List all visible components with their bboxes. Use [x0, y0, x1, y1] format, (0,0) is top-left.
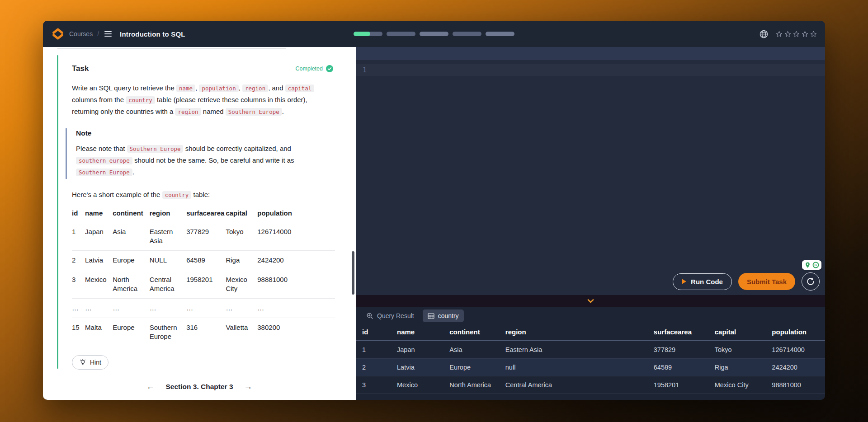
tab-country[interactable]: country — [423, 309, 464, 322]
cell: 1958201 — [650, 376, 711, 394]
progress-segment[interactable] — [387, 32, 415, 36]
star-icon[interactable] — [802, 31, 808, 38]
cell: Japan — [85, 222, 113, 251]
scrollbar-thumb[interactable] — [352, 251, 354, 295]
chevron-down-icon[interactable] — [587, 299, 594, 303]
cell: 98881000 — [768, 376, 825, 394]
editor-toolbar — [356, 47, 825, 60]
star-icon[interactable] — [793, 31, 800, 38]
reset-button[interactable] — [802, 272, 820, 291]
text-run: table: — [191, 191, 210, 198]
cell: Tokyo — [226, 222, 257, 251]
logo-icon[interactable] — [51, 28, 65, 40]
bulb-icon — [79, 359, 86, 366]
hamburger-icon[interactable] — [104, 30, 113, 38]
prev-chapter-arrow-icon[interactable]: ← — [146, 382, 155, 391]
run-code-button[interactable]: Run Code — [673, 273, 732, 290]
cell: Central America — [150, 270, 186, 299]
cell: … — [226, 299, 257, 318]
progress-segment[interactable] — [420, 32, 448, 36]
text-run: named — [201, 108, 226, 115]
header-cell: capital — [711, 324, 769, 341]
header-cell: name — [393, 324, 446, 341]
inline-code: southern europe — [76, 157, 132, 164]
header-cell: capital — [226, 206, 257, 222]
cell: Europe — [113, 251, 149, 270]
refresh-icon — [806, 277, 815, 286]
cell: Riga — [226, 251, 257, 270]
inline-code: Southern Europe — [76, 169, 132, 176]
table-row: ………………… — [72, 299, 335, 318]
progress-segment[interactable] — [486, 32, 514, 36]
note-title: Note — [76, 129, 333, 137]
cell: 380200 — [257, 318, 335, 347]
header-cell: id — [356, 324, 393, 341]
text-run: , and — [268, 84, 285, 92]
cell: null — [502, 359, 650, 376]
cell: Asia — [446, 341, 502, 359]
text-run: , — [239, 84, 242, 92]
example-intro: Here's a short example of the country ta… — [72, 191, 333, 198]
code-editor[interactable]: 1 G Run Code Submit Task — [356, 60, 825, 295]
header-cell: continent — [113, 206, 149, 222]
cell: 3 — [356, 376, 393, 394]
breadcrumb-separator: / — [97, 30, 99, 38]
panel-divider[interactable] — [356, 295, 825, 307]
status-label: Completed — [296, 66, 323, 72]
cell: Latvia — [85, 251, 113, 270]
page-title: Introduction to SQL — [120, 30, 185, 38]
task-scroll-area[interactable]: Task Completed Write an SQL query to ret… — [43, 47, 356, 400]
cell: Valletta — [226, 318, 257, 347]
next-chapter-arrow-icon[interactable]: → — [244, 382, 253, 391]
breadcrumb[interactable]: Courses — [69, 30, 93, 38]
progress-segment[interactable] — [453, 32, 481, 36]
extension-icons-badge: G — [802, 260, 821, 270]
cell: … — [85, 299, 113, 318]
results-table: idnamecontinentregionsurfaceareacapitalp… — [356, 324, 825, 394]
header-cell: continent — [446, 324, 502, 341]
g-icon[interactable]: G — [812, 262, 819, 268]
text-run: Please note that — [76, 145, 127, 152]
cell: Eastern Asia — [150, 222, 186, 251]
cell: Mexico City — [711, 376, 769, 394]
star-icon[interactable] — [776, 31, 783, 38]
tab-query-result[interactable]: Query Result — [361, 309, 419, 322]
top-header: Courses / Introduction to SQL — [43, 21, 825, 47]
pin-icon[interactable] — [804, 262, 811, 268]
rating-stars — [776, 31, 817, 38]
table-row: 2LatviaEuropeNULL64589Riga2424200 — [72, 251, 335, 270]
globe-icon[interactable] — [759, 29, 769, 39]
inline-code: region — [242, 84, 268, 92]
play-icon — [682, 279, 686, 284]
cell: 377829 — [186, 222, 226, 251]
header-cell: region — [502, 324, 650, 341]
svg-text:G: G — [815, 263, 817, 267]
cell: North America — [113, 270, 149, 299]
task-title: Task — [72, 64, 89, 73]
run-code-label: Run Code — [691, 278, 723, 286]
cell: Malta — [85, 318, 113, 347]
results-panel: Query Result country — [356, 307, 825, 400]
text-run: Here's a short example of the — [72, 191, 162, 198]
results-tabs: Query Result country — [356, 307, 825, 324]
cell: … — [72, 299, 85, 318]
tab-label: country — [438, 312, 459, 319]
inline-code: Southern Europe — [226, 108, 282, 116]
example-table: idnamecontinentregionsurfaceareacapitalp… — [72, 206, 335, 346]
cell: 126714000 — [768, 341, 825, 359]
hint-label: Hint — [90, 359, 101, 366]
cell: Latvia — [393, 359, 446, 376]
submit-task-button[interactable]: Submit Task — [738, 273, 795, 290]
header-cell: surfacearea — [186, 206, 226, 222]
hint-button[interactable]: Hint — [72, 355, 108, 370]
cell: 316 — [186, 318, 226, 347]
inline-code: country — [126, 96, 155, 104]
header-right — [759, 29, 817, 39]
progress-segment[interactable] — [354, 32, 382, 36]
check-circle-icon — [326, 65, 333, 72]
text-run: . — [132, 168, 134, 176]
cell: … — [150, 299, 186, 318]
star-icon[interactable] — [784, 31, 791, 38]
editor-panel: 1 G Run Code Submit Task — [356, 47, 825, 400]
star-icon[interactable] — [810, 31, 817, 38]
